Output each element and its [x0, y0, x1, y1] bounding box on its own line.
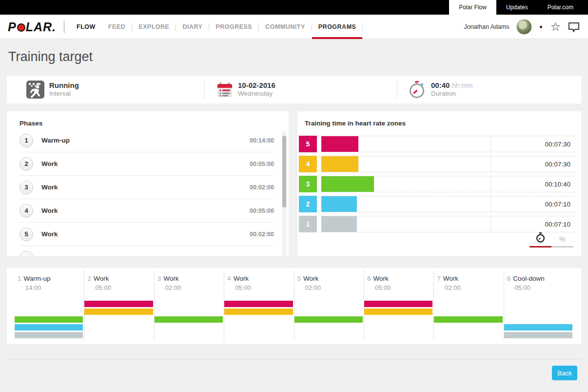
phase-duration: 00:14:00 — [250, 137, 274, 144]
duration-summary: 00:40 hh:mm Duration — [408, 76, 472, 103]
timeline-phase-num: 6 — [367, 275, 371, 282]
timeline-phase-4: 4Work 05:00 — [224, 271, 294, 340]
phase-duration: 00:02:00 — [250, 231, 274, 238]
feedback-chat-icon[interactable] — [568, 21, 580, 33]
phase-row-5[interactable]: 5 Work 00:02:00 — [20, 223, 274, 246]
zone-row-4: 4 00:07:30 — [299, 156, 574, 172]
zones-title: Training time in heart rate zones — [297, 111, 581, 127]
nav-menu: FLOW FEED EXPLORE DIARY PROGRESS COMMUNI… — [70, 15, 363, 39]
sport-name: Running — [49, 81, 79, 90]
logo-text-lar: LAR. — [26, 20, 56, 34]
zone-row-5: 5 00:07:30 — [299, 136, 574, 152]
zone-1-badge: 1 — [299, 216, 317, 232]
toggle-percent-underline — [551, 246, 573, 248]
zone-3-bar-track — [318, 176, 490, 192]
zone-5-band — [84, 301, 153, 307]
duration-label: Duration — [431, 90, 472, 98]
timeline-phase-num: 1 — [18, 275, 21, 282]
timeline-phase-time: 05:00 — [235, 284, 294, 291]
phase-row-2[interactable]: 2 Work 00:05:00 — [20, 152, 274, 176]
logo-red-dot-icon — [17, 23, 25, 32]
timeline-phase-bands — [294, 301, 364, 341]
favorites-star-icon[interactable]: ☆ — [550, 21, 561, 33]
back-button[interactable]: Back — [552, 366, 577, 380]
timeline-phase-time: 02:00 — [165, 284, 224, 291]
timeline-phase-bands — [155, 301, 224, 341]
phase-number-badge: 5 — [20, 227, 33, 241]
sport-summary: Running Interval — [26, 76, 79, 103]
zone-1-band — [504, 332, 572, 338]
timeline-phase-bands — [504, 301, 573, 341]
running-sport-icon — [26, 81, 44, 99]
phase-row-6-partial[interactable] — [20, 246, 274, 256]
chevron-down-icon[interactable]: ▼ — [539, 24, 544, 30]
percent-icon: % — [559, 235, 566, 243]
zone-3-band — [15, 316, 83, 323]
toggle-time-button[interactable] — [529, 231, 551, 248]
timeline-phase-time: 05:00 — [375, 284, 433, 291]
phase-row-3[interactable]: 3 Work 00:02:00 — [20, 176, 274, 199]
polar-logo[interactable]: PLAR. — [8, 20, 56, 34]
nav-item-feed[interactable]: FEED — [102, 15, 132, 39]
timeline-phase-name: Cool-down — [513, 275, 545, 282]
page-title: Training target — [8, 49, 93, 64]
tab-polar-com[interactable]: Polar.com — [538, 0, 583, 15]
phases-scrollbar-thumb[interactable] — [282, 136, 286, 207]
stopwatch-icon — [408, 80, 426, 100]
timeline-phase-time: 02:00 — [445, 284, 503, 291]
zone-2-band — [15, 324, 83, 330]
main-navbar: PLAR. FLOW FEED EXPLORE DIARY PROGRESS C… — [0, 15, 588, 39]
timeline-phase-bands — [84, 301, 154, 341]
duration-unit: hh:mm — [452, 82, 473, 89]
date-summary: 10-02-2016 Wednesday — [216, 76, 275, 103]
phases-title: Phases — [7, 111, 289, 127]
nav-item-flow[interactable]: FLOW — [70, 15, 102, 39]
summary-divider — [397, 80, 397, 99]
phase-number-badge: 1 — [20, 134, 33, 147]
zone-5-time: 00:07:30 — [490, 136, 574, 152]
toggle-percent-button[interactable]: % — [551, 231, 573, 248]
phase-name: Work — [41, 230, 250, 238]
user-avatar[interactable] — [516, 19, 532, 35]
phase-number-badge: 2 — [20, 157, 33, 171]
zone-5-bar — [321, 136, 358, 152]
zones-unit-toggle: % — [529, 231, 573, 248]
target-weekday: Wednesday — [238, 90, 275, 98]
zone-5-band — [224, 301, 293, 307]
nav-item-progress[interactable]: PROGRESS — [209, 15, 258, 39]
nav-item-community[interactable]: COMMUNITY — [259, 15, 312, 39]
phase-number-badge — [20, 251, 33, 256]
zone-3-time: 00:10:40 — [490, 176, 574, 192]
tab-updates[interactable]: Updates — [496, 0, 538, 15]
phase-row-1[interactable]: 1 Warm-up 00:14:00 — [20, 129, 274, 152]
nav-item-explore[interactable]: EXPLORE — [132, 15, 176, 39]
nav-divider — [362, 23, 363, 31]
user-name[interactable]: Jonathan Adams — [464, 23, 509, 30]
target-summary-bar: Running Interval 10-02-2016 Wednesday — [7, 76, 581, 103]
timeline-phase-bands — [364, 301, 433, 341]
footer-divider — [7, 359, 581, 359]
zone-3-bar — [321, 176, 374, 192]
zone-2-badge: 2 — [299, 196, 317, 212]
phases-scrollbar-track[interactable] — [282, 131, 287, 256]
zone-4-badge: 4 — [299, 156, 317, 172]
zone-3-band — [294, 316, 363, 323]
nav-item-programs[interactable]: PROGRAMS — [312, 15, 363, 39]
phase-name: Work — [41, 160, 250, 167]
nav-item-diary[interactable]: DIARY — [176, 15, 209, 39]
phase-row-4[interactable]: 4 Work 00:05:00 — [20, 199, 274, 223]
toggle-time-underline — [529, 246, 551, 248]
sport-type: Interval — [49, 90, 79, 98]
zone-3-band — [434, 316, 502, 323]
tab-polar-flow[interactable]: Polar Flow — [449, 0, 496, 15]
timeline-phase-name: Work — [373, 275, 388, 282]
timeline-phase-num: 8 — [507, 275, 511, 282]
timeline-phase-time: 02:00 — [305, 284, 364, 291]
timeline-phase-5: 5Work 02:00 — [294, 271, 364, 340]
timeline-phase-name: Work — [234, 275, 249, 282]
stopwatch-toggle-icon — [529, 231, 551, 243]
timeline-phase-name: Work — [443, 275, 458, 282]
duration-value: 00:40 — [431, 81, 450, 89]
zone-4-bar-track — [318, 156, 490, 172]
phase-number-badge: 3 — [20, 181, 33, 194]
